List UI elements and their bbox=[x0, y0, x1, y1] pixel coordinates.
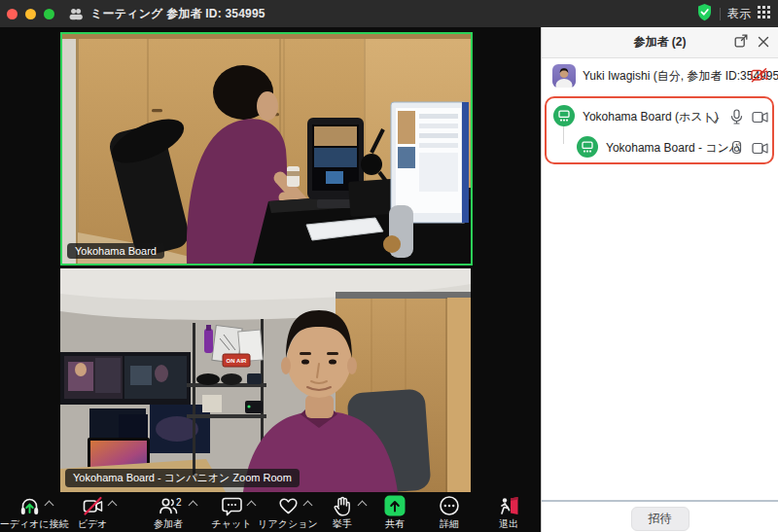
security-shield-icon[interactable] bbox=[696, 3, 713, 25]
headset-icon bbox=[18, 493, 41, 516]
video-off-icon bbox=[751, 68, 768, 87]
leave-meeting-icon bbox=[498, 493, 520, 516]
video-tile-companion-zoom-room[interactable]: ON AIR Yokohama Board - コンパニオン Zoom Room bbox=[60, 268, 471, 492]
microphone-icon bbox=[730, 109, 743, 128]
grid-view-icon[interactable] bbox=[758, 5, 770, 22]
toolbar-label: ビデオ bbox=[78, 517, 108, 531]
toolbar-label: 共有 bbox=[385, 517, 405, 531]
toolbar-label: 詳細 bbox=[440, 517, 459, 531]
avatar bbox=[552, 64, 576, 91]
window-controls bbox=[7, 9, 54, 19]
video-off-icon bbox=[82, 493, 104, 516]
view-button[interactable]: 表示 bbox=[727, 6, 751, 22]
toolbar-label: 参加者 bbox=[154, 517, 183, 531]
video-name-label: Yokohama Board bbox=[67, 243, 164, 259]
close-icon[interactable] bbox=[758, 34, 769, 52]
top-video-scene bbox=[62, 34, 471, 264]
participants-icon bbox=[68, 7, 84, 20]
participant-row-companion-zoom-room[interactable]: Yokohama Board - コンパニオン... bbox=[542, 134, 778, 161]
video-on-icon bbox=[752, 141, 768, 159]
chevron-up-icon[interactable] bbox=[108, 501, 118, 511]
chat-icon bbox=[221, 493, 243, 516]
participants-panel: 参加者 (2) Yuki Iwagishi (自分, 参加者 ID:354995… bbox=[541, 27, 778, 532]
more-ellipsis-icon bbox=[439, 493, 460, 516]
bottom-video-scene: ON AIR bbox=[60, 268, 471, 492]
participant-name: Yokohama Board (ホスト) bbox=[583, 109, 719, 125]
zoom-meeting-window: ミーティング 参加者 ID: 354995 表示 bbox=[0, 0, 778, 532]
titlebar: ミーティング 参加者 ID: 354995 表示 bbox=[0, 0, 778, 27]
minimize-window-button[interactable] bbox=[25, 9, 36, 19]
fullscreen-window-button[interactable] bbox=[44, 9, 54, 19]
video-name-label: Yokohama Board - コンパニオン Zoom Room bbox=[65, 469, 300, 487]
invite-button[interactable]: 招待 bbox=[631, 507, 690, 531]
divider bbox=[720, 8, 721, 20]
window-title: ミーティング 参加者 ID: 354995 bbox=[90, 6, 265, 22]
participants-panel-header: 参加者 (2) bbox=[542, 27, 778, 58]
pop-out-icon[interactable] bbox=[734, 34, 748, 52]
meeting-toolbar: オーディオに接続 ビデオ 2 参加者 チャット bbox=[0, 493, 541, 532]
video-tile-yokohama-board[interactable]: Yokohama Board bbox=[60, 32, 473, 266]
participant-row-yokohama-board[interactable]: Yokohama Board (ホスト) bbox=[542, 103, 778, 130]
participant-name: Yuki Iwagishi (自分, 参加者 ID:354995) bbox=[583, 68, 778, 85]
participant-name: Yokohama Board - コンパニオン... bbox=[606, 140, 740, 157]
participants-count-badge: 2 bbox=[176, 497, 182, 508]
speaker-icon bbox=[730, 140, 743, 159]
participants-panel-title: 参加者 (2) bbox=[634, 34, 687, 51]
zoom-room-icon bbox=[553, 105, 575, 130]
zoom-room-icon bbox=[577, 136, 598, 161]
toolbar-label: 退出 bbox=[499, 517, 518, 531]
on-air-sign: ON AIR bbox=[227, 358, 247, 364]
close-window-button[interactable] bbox=[7, 9, 18, 19]
video-on-icon bbox=[752, 110, 768, 127]
panel-footer-divider bbox=[542, 500, 778, 502]
participant-row-yuki-iwagishi[interactable]: Yuki Iwagishi (自分, 参加者 ID:354995) bbox=[542, 62, 778, 89]
